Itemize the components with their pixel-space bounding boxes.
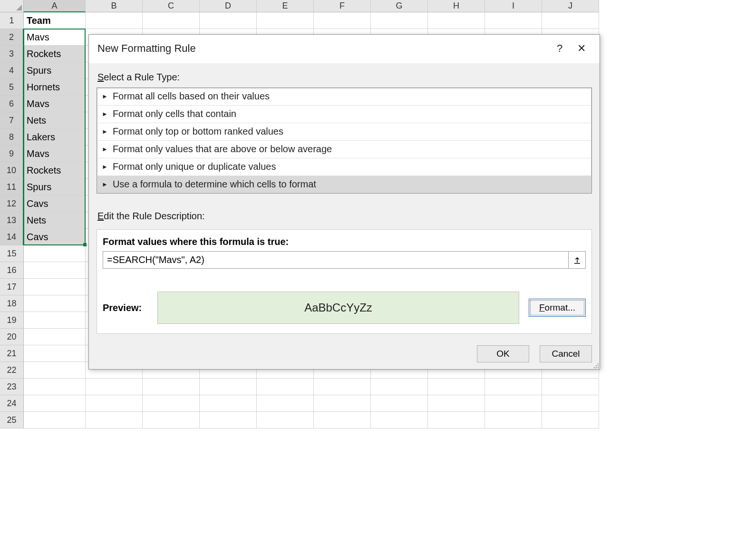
col-header-D[interactable]: D [200,0,257,12]
cell-J24[interactable] [542,395,599,412]
cell-A6[interactable]: Mavs [24,96,86,112]
cell-I23[interactable] [485,379,542,395]
row-header-21[interactable]: 21 [0,345,24,362]
col-header-A[interactable]: A [24,0,86,12]
cell-G24[interactable] [371,395,428,412]
cell-A21[interactable] [24,345,86,362]
rule-type-item-5[interactable]: ►Use a formula to determine which cells … [97,176,591,193]
row-header-6[interactable]: 6 [0,96,24,112]
cell-A20[interactable] [24,329,86,345]
cell-E23[interactable] [257,379,314,395]
cell-A10[interactable]: Rockets [24,162,86,179]
row-header-17[interactable]: 17 [0,279,24,295]
cell-A24[interactable] [24,395,86,412]
cell-A11[interactable]: Spurs [24,179,86,195]
close-button[interactable]: ✕ [572,41,591,56]
cell-F1[interactable] [314,12,371,29]
row-header-12[interactable]: 12 [0,195,24,212]
row-header-2[interactable]: 2 [0,29,24,46]
col-header-H[interactable]: H [428,0,485,12]
cell-G23[interactable] [371,379,428,395]
row-header-8[interactable]: 8 [0,129,24,146]
cell-B25[interactable] [86,412,143,429]
cell-C1[interactable] [143,12,200,29]
cell-J25[interactable] [542,412,599,429]
cell-J1[interactable] [542,12,599,29]
row-header-14[interactable]: 14 [0,229,24,245]
cell-I24[interactable] [485,395,542,412]
cell-A5[interactable]: Hornets [24,79,86,96]
cell-A9[interactable]: Mavs [24,146,86,162]
cell-A12[interactable]: Cavs [24,195,86,212]
cell-E24[interactable] [257,395,314,412]
rule-type-item-1[interactable]: ►Format only cells that contain [97,106,591,123]
col-header-G[interactable]: G [371,0,428,12]
rule-type-list[interactable]: ►Format all cells based on their values►… [97,88,592,194]
row-header-4[interactable]: 4 [0,62,24,79]
cell-C23[interactable] [143,379,200,395]
cell-F24[interactable] [314,395,371,412]
col-header-B[interactable]: B [86,0,143,12]
row-header-22[interactable]: 22 [0,362,24,379]
col-header-I[interactable]: I [485,0,542,12]
cell-A19[interactable] [24,312,86,329]
col-header-F[interactable]: F [314,0,371,12]
cell-A25[interactable] [24,412,86,429]
cell-A23[interactable] [24,379,86,395]
row-header-13[interactable]: 13 [0,212,24,229]
cell-J23[interactable] [542,379,599,395]
cell-D24[interactable] [200,395,257,412]
rule-type-item-3[interactable]: ►Format only values that are above or be… [97,141,591,158]
cell-A17[interactable] [24,279,86,295]
cell-A8[interactable]: Lakers [24,129,86,146]
cell-I25[interactable] [485,412,542,429]
cell-C25[interactable] [143,412,200,429]
cell-F25[interactable] [314,412,371,429]
col-header-E[interactable]: E [257,0,314,12]
cell-A14[interactable]: Cavs [24,229,86,245]
cell-A7[interactable]: Nets [24,112,86,129]
col-header-C[interactable]: C [143,0,200,12]
row-header-3[interactable]: 3 [0,46,24,62]
cancel-button[interactable]: Cancel [540,345,592,362]
row-header-9[interactable]: 9 [0,146,24,162]
cell-D23[interactable] [200,379,257,395]
row-header-16[interactable]: 16 [0,262,24,279]
select-all-corner[interactable] [0,0,24,12]
rule-type-item-0[interactable]: ►Format all cells based on their values [97,88,591,106]
cell-B23[interactable] [86,379,143,395]
cell-E1[interactable] [257,12,314,29]
cell-B24[interactable] [86,395,143,412]
row-header-25[interactable]: 25 [0,412,24,429]
cell-A13[interactable]: Nets [24,212,86,229]
row-header-7[interactable]: 7 [0,112,24,129]
collapse-dialog-button[interactable] [568,252,585,268]
row-header-10[interactable]: 10 [0,162,24,179]
row-header-24[interactable]: 24 [0,395,24,412]
cell-E25[interactable] [257,412,314,429]
rule-type-item-2[interactable]: ►Format only top or bottom ranked values [97,123,591,141]
cell-A18[interactable] [24,295,86,312]
cell-A16[interactable] [24,262,86,279]
cell-C24[interactable] [143,395,200,412]
formula-input[interactable] [103,252,568,268]
row-header-20[interactable]: 20 [0,329,24,345]
format-button[interactable]: Format... [529,299,586,317]
cell-B1[interactable] [86,12,143,29]
row-header-19[interactable]: 19 [0,312,24,329]
row-header-5[interactable]: 5 [0,79,24,96]
cell-I1[interactable] [485,12,542,29]
cell-A4[interactable]: Spurs [24,62,86,79]
row-header-15[interactable]: 15 [0,245,24,262]
cell-H1[interactable] [428,12,485,29]
row-header-23[interactable]: 23 [0,379,24,395]
cell-D25[interactable] [200,412,257,429]
cell-F23[interactable] [314,379,371,395]
cell-A1[interactable]: Team [24,12,86,29]
cell-H23[interactable] [428,379,485,395]
cell-A2[interactable]: Mavs [24,29,86,46]
row-header-1[interactable]: 1 [0,12,24,29]
cell-D1[interactable] [200,12,257,29]
cell-A22[interactable] [24,362,86,379]
row-header-18[interactable]: 18 [0,295,24,312]
